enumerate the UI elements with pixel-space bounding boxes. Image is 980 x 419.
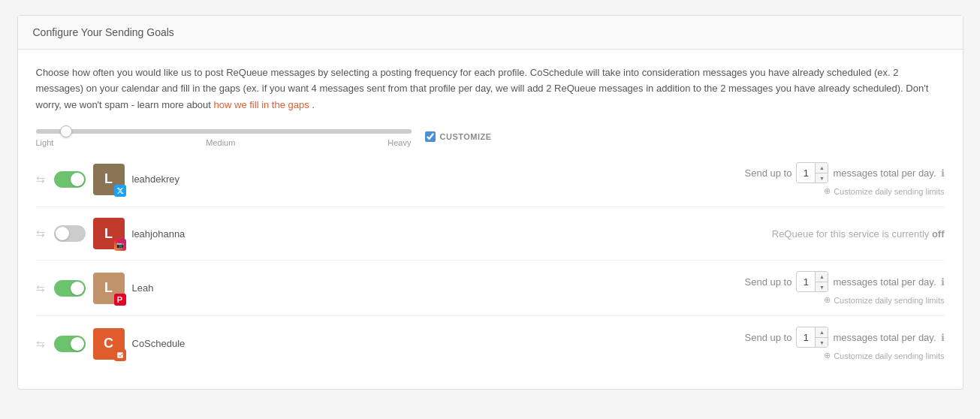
customize-label: CUSTOMIZE — [440, 132, 492, 141]
number-input[interactable]: ▲▼ — [796, 271, 828, 292]
spinners: ▲▼ — [815, 272, 828, 291]
slider-label-medium: Medium — [206, 138, 235, 147]
profile-left: ⇆LPLeah — [36, 273, 246, 304]
slider-track[interactable] — [36, 126, 412, 137]
info-icon[interactable]: ℹ — [941, 276, 945, 288]
description-text1: Choose how often you would like us to po… — [36, 67, 929, 110]
page-header: Configure Your Sending Goals — [18, 16, 963, 50]
plus-icon: ⊕ — [824, 351, 831, 360]
social-badge-twitter — [114, 185, 126, 197]
number-value[interactable] — [797, 276, 815, 288]
spinners: ▲▼ — [815, 163, 828, 182]
fill-gaps-link[interactable]: how we fill in the gaps — [214, 99, 309, 110]
info-icon[interactable]: ℹ — [941, 332, 945, 343]
social-badge-instagram: 📷 — [114, 239, 126, 251]
send-row: Send up to▲▼messages total per day.ℹ — [745, 327, 945, 348]
spin-up-button[interactable]: ▲ — [816, 272, 828, 282]
info-icon[interactable]: ℹ — [941, 167, 945, 179]
messages-per-day-label: messages total per day. — [833, 276, 936, 288]
toggle-leah[interactable] — [54, 280, 86, 297]
slider-labels: Light Medium Heavy — [36, 138, 412, 147]
send-up-to-label: Send up to — [745, 276, 792, 288]
customize-link-row: ⊕Customize daily sending limits — [824, 295, 944, 305]
customize-daily-link[interactable]: Customize daily sending limits — [834, 187, 944, 196]
toggle-knob — [71, 337, 84, 351]
toggle-knob — [56, 227, 69, 240]
send-up-to-label: Send up to — [745, 332, 792, 343]
slider-thumb[interactable] — [60, 125, 72, 137]
social-badge-coschedule — [114, 349, 126, 361]
page-content: Choose how often you would like us to po… — [18, 50, 963, 389]
description-text2: . — [309, 99, 315, 110]
plus-icon: ⊕ — [824, 295, 831, 305]
number-value[interactable] — [797, 332, 815, 343]
number-value[interactable] — [797, 167, 815, 179]
customize-link-row: ⊕Customize daily sending limits — [824, 186, 944, 196]
send-row: Send up to▲▼messages total per day.ℹ — [745, 271, 945, 292]
avatar-wrapper: C — [93, 328, 125, 360]
customize-checkbox[interactable] — [425, 131, 436, 142]
shuffle-icon[interactable]: ⇆ — [36, 173, 45, 185]
page-title: Configure Your Sending Goals — [33, 26, 174, 38]
frequency-slider-row: Light Medium Heavy CUSTOMIZE — [36, 126, 945, 147]
avatar-wrapper: L📷 — [93, 218, 125, 249]
customize-daily-link[interactable]: Customize daily sending limits — [834, 296, 944, 305]
messages-per-day-label: messages total per day. — [833, 332, 936, 343]
social-badge-pinterest: P — [114, 294, 126, 306]
shuffle-icon[interactable]: ⇆ — [36, 228, 45, 240]
shuffle-icon[interactable]: ⇆ — [36, 282, 45, 294]
spin-down-button[interactable]: ▼ — [816, 173, 828, 183]
avatar-wrapper: LP — [93, 273, 125, 304]
profile-name: Leah — [132, 282, 154, 294]
spinners: ▲▼ — [815, 327, 828, 347]
page-wrapper: Configure Your Sending Goals Choose how … — [17, 15, 963, 390]
profile-row: ⇆LleahdekreySend up to▲▼messages total p… — [36, 152, 945, 207]
profile-left: ⇆Lleahdekrey — [36, 164, 246, 195]
messages-per-day-label: messages total per day. — [833, 167, 936, 179]
spin-up-button[interactable]: ▲ — [816, 327, 828, 338]
profile-name: leahjohanna — [132, 228, 185, 240]
toggle-coschedule[interactable] — [54, 336, 86, 352]
profiles-list: ⇆LleahdekreySend up to▲▼messages total p… — [36, 152, 945, 371]
customize-link-row: ⊕Customize daily sending limits — [824, 351, 944, 360]
profile-name: leahdekrey — [132, 173, 180, 185]
slider-label-heavy: Heavy — [387, 138, 411, 147]
spin-up-button[interactable]: ▲ — [816, 163, 828, 173]
toggle-leahjohanna[interactable] — [54, 225, 86, 242]
profile-row: ⇆L📷leahjohannaReQueue for this service i… — [36, 207, 945, 261]
spin-down-button[interactable]: ▼ — [816, 282, 828, 292]
description: Choose how often you would like us to po… — [36, 65, 945, 113]
send-row: Send up to▲▼messages total per day.ℹ — [745, 162, 945, 183]
profile-right: Send up to▲▼messages total per day.ℹ⊕Cus… — [246, 327, 945, 360]
slider-bg — [36, 129, 412, 134]
profile-row: ⇆LPLeahSend up to▲▼messages total per da… — [36, 261, 945, 316]
profile-left: ⇆CCoSchedule — [36, 328, 246, 360]
customize-daily-link[interactable]: Customize daily sending limits — [834, 351, 944, 360]
slider-label-light: Light — [36, 138, 54, 147]
number-input[interactable]: ▲▼ — [796, 327, 828, 348]
avatar-wrapper: L — [93, 164, 125, 195]
spin-down-button[interactable]: ▼ — [816, 338, 828, 348]
profile-row: ⇆CCoScheduleSend up to▲▼messages total p… — [36, 316, 945, 371]
profile-right: ReQueue for this service is currently of… — [246, 228, 945, 240]
toggle-knob — [71, 173, 84, 186]
plus-icon: ⊕ — [824, 186, 831, 196]
profile-right: Send up to▲▼messages total per day.ℹ⊕Cus… — [246, 162, 945, 196]
customize-row: CUSTOMIZE — [425, 131, 492, 142]
profile-name: CoSchedule — [132, 338, 185, 349]
send-up-to-label: Send up to — [745, 167, 792, 179]
profile-left: ⇆L📷leahjohanna — [36, 218, 246, 249]
shuffle-icon[interactable]: ⇆ — [36, 338, 45, 350]
slider-container: Light Medium Heavy — [36, 126, 412, 147]
number-input[interactable]: ▲▼ — [796, 162, 828, 183]
off-status: ReQueue for this service is currently of… — [772, 228, 945, 240]
toggle-leahdekrey[interactable] — [54, 171, 86, 188]
profile-right: Send up to▲▼messages total per day.ℹ⊕Cus… — [246, 271, 945, 305]
toggle-knob — [71, 282, 84, 295]
